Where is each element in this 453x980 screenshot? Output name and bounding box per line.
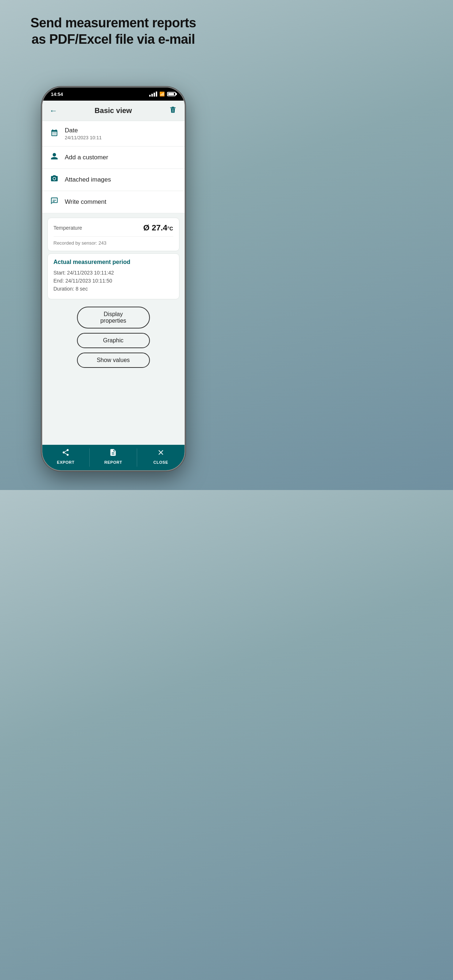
temperature-card: Temperature Ø 27.4°C Recorded by sensor:…	[48, 218, 179, 251]
list-item[interactable]: Date 24/11/2023 10:11	[42, 121, 185, 146]
camera-icon	[49, 175, 59, 185]
bottom-navigation: EXPORT REPORT CLOSE	[42, 445, 185, 470]
list-item[interactable]: Attached images	[42, 169, 185, 191]
wifi-icon: 📶	[160, 92, 165, 97]
battery-icon	[167, 92, 176, 96]
nav-report[interactable]: REPORT	[90, 445, 137, 470]
app-bar: ← Basic view	[42, 100, 185, 121]
attached-images-label: Attached images	[65, 176, 111, 183]
list-item[interactable]: Write comment	[42, 191, 185, 213]
period-duration: Duration: 8 sec	[54, 286, 173, 292]
add-customer-label: Add a customer	[65, 154, 108, 161]
temperature-value: Ø 27.4°C	[144, 223, 173, 232]
period-end: End: 24/11/2023 10:11:50	[54, 278, 173, 284]
back-button[interactable]: ←	[49, 106, 57, 116]
screen-content[interactable]: Date 24/11/2023 10:11 Add a customer	[42, 121, 185, 445]
close-label: CLOSE	[153, 460, 168, 465]
status-icons: 📶	[149, 92, 176, 97]
nav-export[interactable]: EXPORT	[42, 445, 89, 470]
list-item[interactable]: Add a customer	[42, 146, 185, 169]
show-values-button[interactable]: Show values	[77, 353, 150, 368]
nav-close[interactable]: CLOSE	[137, 445, 184, 470]
comment-icon	[49, 197, 59, 207]
signal-bars-icon	[149, 92, 157, 97]
status-bar: 14:54 📶	[42, 88, 185, 100]
close-icon	[157, 449, 165, 459]
measurement-period-card: Actual measurement period Start: 24/11/2…	[48, 253, 179, 299]
sensor-info: Recorded by sensor: 243	[54, 236, 173, 246]
phone-mockup: 14:54 📶 ← Basic view	[42, 88, 185, 470]
export-label: EXPORT	[57, 460, 74, 465]
hero-heading: Send measurement reports as PDF/Excel fi…	[0, 0, 226, 58]
phone-screen: ← Basic view Date 24/11/2023 10:11	[42, 100, 185, 470]
temperature-label: Temperature	[54, 225, 83, 231]
report-icon	[109, 449, 117, 459]
share-icon	[62, 449, 70, 459]
graphic-button[interactable]: Graphic	[77, 333, 150, 348]
status-time: 14:54	[51, 92, 63, 97]
action-buttons: Display properties Graphic Show values	[42, 302, 185, 373]
date-value: 24/11/2023 10:11	[65, 135, 102, 140]
trash-icon	[169, 106, 177, 114]
date-label: Date	[65, 127, 102, 134]
display-properties-button[interactable]: Display properties	[77, 307, 150, 328]
notch-bump	[90, 88, 137, 98]
person-icon	[49, 153, 59, 162]
period-title: Actual measurement period	[54, 259, 173, 266]
period-start: Start: 24/11/2023 10:11:42	[54, 270, 173, 275]
delete-button[interactable]	[169, 106, 177, 116]
report-label: REPORT	[104, 460, 122, 465]
page-title: Basic view	[94, 107, 132, 115]
write-comment-label: Write comment	[65, 198, 107, 205]
calendar-icon	[49, 129, 59, 139]
